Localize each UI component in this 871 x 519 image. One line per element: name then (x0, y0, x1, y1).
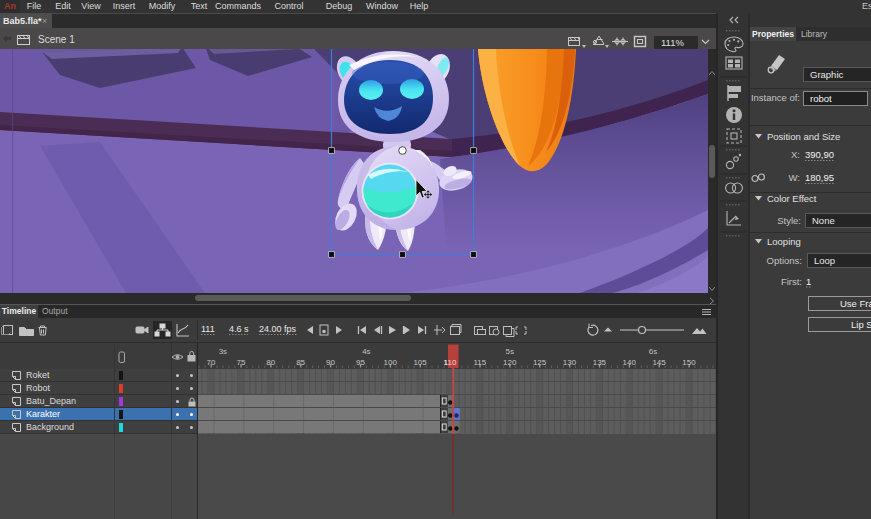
svg-text:105: 105 (413, 358, 427, 367)
svg-text:Looping: Looping (767, 236, 801, 247)
svg-text:Use Fra: Use Fra (840, 298, 871, 309)
svg-text:90: 90 (326, 358, 335, 367)
svg-text:Style:: Style: (777, 215, 801, 226)
svg-text:X:: X: (791, 149, 800, 160)
svg-text:110: 110 (444, 358, 457, 367)
svg-text:4s: 4s (362, 347, 370, 356)
svg-text:120: 120 (503, 358, 517, 367)
svg-text:3s: 3s (219, 347, 227, 356)
svg-text:85: 85 (296, 358, 305, 367)
svg-text:180,95: 180,95 (805, 172, 834, 183)
svg-text:None: None (812, 215, 835, 226)
svg-text:Graphic: Graphic (810, 69, 844, 80)
svg-text:135: 135 (593, 358, 607, 367)
svg-text:115: 115 (474, 358, 487, 367)
svg-text:100: 100 (384, 358, 398, 367)
svg-text:First:: First: (781, 276, 802, 287)
svg-text:Lip S: Lip S (851, 319, 871, 330)
svg-text:95: 95 (356, 358, 365, 367)
svg-text:140: 140 (623, 358, 637, 367)
svg-text:145: 145 (652, 358, 666, 367)
svg-text:130: 130 (563, 358, 577, 367)
svg-text:5s: 5s (506, 347, 514, 356)
svg-text:125: 125 (533, 358, 547, 367)
svg-text:390,90: 390,90 (805, 149, 834, 160)
svg-text:Color Effect: Color Effect (767, 193, 817, 204)
svg-text:70: 70 (207, 358, 216, 367)
svg-text:Instance of:: Instance of: (751, 92, 800, 103)
svg-text:Options:: Options: (767, 255, 802, 266)
svg-text:Loop: Loop (814, 255, 835, 266)
svg-text:80: 80 (266, 358, 275, 367)
svg-text:Position and Size: Position and Size (767, 131, 840, 142)
svg-text:150: 150 (682, 358, 696, 367)
svg-text:6s: 6s (649, 347, 657, 356)
svg-text:75: 75 (236, 358, 245, 367)
svg-text:robot: robot (810, 93, 832, 104)
svg-text:1: 1 (806, 276, 811, 287)
svg-text:W:: W: (789, 172, 800, 183)
